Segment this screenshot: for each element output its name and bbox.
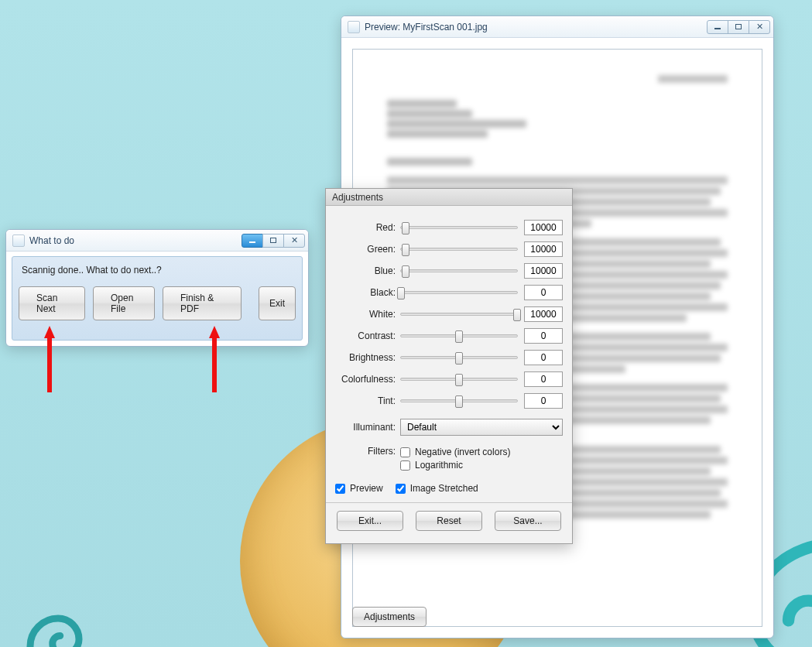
adjustments-title[interactable]: Adjustments — [326, 189, 572, 206]
preview-title: Preview: MyFirstScan 001.jpg — [365, 22, 708, 33]
preview-app-icon — [348, 21, 360, 33]
minimize-button[interactable] — [242, 234, 263, 248]
scan-next-button[interactable]: Scan Next — [19, 286, 85, 320]
wtd-app-icon — [12, 234, 25, 247]
negative-checkbox-row[interactable]: Negative (invert colors) — [400, 447, 510, 457]
preview-label: Preview — [350, 483, 383, 494]
slider-thumb[interactable] — [455, 374, 463, 386]
maximize-button[interactable] — [728, 20, 749, 34]
wtd-titlebar[interactable]: What to do ✕ — [6, 230, 308, 252]
finish-pdf-button[interactable]: Finish & PDF — [163, 286, 242, 320]
illuminant-row: Illuminant: Default — [335, 418, 563, 436]
slider-label: Red: — [335, 222, 396, 233]
wtd-message: Scannig done.. What to do next..? — [22, 265, 293, 276]
adj-save-button[interactable]: Save... — [495, 511, 561, 531]
maximize-button[interactable] — [262, 234, 284, 248]
logarithmic-checkbox-row[interactable]: Logarithmic — [400, 460, 510, 471]
slider-value-input[interactable] — [524, 285, 563, 300]
slider-thumb[interactable] — [402, 265, 409, 278]
slider-blue: Blue: — [335, 262, 563, 280]
preview-checkbox-row[interactable]: Preview — [335, 483, 383, 494]
close-button[interactable]: ✕ — [283, 234, 305, 248]
slider-value-input[interactable] — [524, 393, 563, 409]
slider-colorfulness: Colorfulness: — [335, 370, 563, 389]
slider-label: Contrast: — [335, 330, 396, 341]
open-file-button[interactable]: Open File — [93, 286, 155, 320]
slider-track[interactable] — [400, 356, 518, 359]
slider-thumb[interactable] — [402, 222, 409, 234]
slider-label: White: — [335, 309, 396, 320]
slider-black: Black: — [335, 283, 563, 302]
adjustments-panel: Adjustments Red: Green: Blue: Black: Whi… — [325, 188, 573, 544]
slider-value-input[interactable] — [524, 241, 563, 257]
minimize-button[interactable] — [707, 20, 728, 34]
stretched-checkbox-row[interactable]: Image Stretched — [396, 483, 478, 494]
illuminant-label: Illuminant: — [335, 422, 396, 433]
separator — [326, 502, 572, 503]
wtd-title: What to do — [29, 235, 242, 246]
slider-thumb[interactable] — [455, 395, 463, 408]
slider-value-input[interactable] — [524, 350, 563, 365]
slider-value-input[interactable] — [524, 263, 563, 279]
slider-track[interactable] — [400, 248, 518, 251]
adjustments-button[interactable]: Adjustments — [352, 607, 427, 627]
negative-checkbox[interactable] — [400, 447, 410, 457]
slider-tint: Tint: — [335, 392, 563, 410]
slider-thumb[interactable] — [455, 352, 463, 365]
slider-value-input[interactable] — [524, 328, 563, 344]
filters-label: Filters: — [335, 444, 396, 457]
logarithmic-checkbox[interactable] — [400, 460, 410, 471]
slider-track[interactable] — [400, 291, 518, 294]
slider-label: Blue: — [335, 265, 396, 276]
slider-label: Green: — [335, 244, 396, 255]
slider-thumb[interactable] — [402, 244, 409, 256]
slider-value-input[interactable] — [524, 371, 563, 387]
logarithmic-label: Logarithmic — [415, 460, 463, 471]
adj-reset-button[interactable]: Reset — [416, 511, 482, 531]
slider-value-input[interactable] — [524, 306, 563, 322]
slider-label: Tint: — [335, 395, 396, 406]
illuminant-select[interactable]: Default — [400, 419, 563, 436]
slider-thumb[interactable] — [397, 287, 405, 300]
slider-track[interactable] — [400, 378, 518, 381]
decorative-swirl — [23, 611, 93, 647]
slider-track[interactable] — [400, 334, 518, 337]
close-button[interactable]: ✕ — [749, 20, 770, 34]
slider-label: Brightness: — [335, 352, 396, 363]
slider-track[interactable] — [400, 399, 518, 402]
stretched-label: Image Stretched — [410, 483, 478, 494]
what-to-do-window: What to do ✕ Scannig done.. What to do n… — [5, 229, 309, 347]
slider-white: White: — [335, 305, 563, 324]
slider-track[interactable] — [400, 313, 518, 316]
stretched-checkbox[interactable] — [396, 484, 406, 494]
adj-exit-button[interactable]: Exit... — [337, 511, 403, 531]
slider-value-input[interactable] — [524, 220, 563, 235]
slider-green: Green: — [335, 240, 563, 258]
slider-thumb[interactable] — [455, 330, 463, 343]
preview-checkbox[interactable] — [335, 484, 345, 494]
negative-label: Negative (invert colors) — [415, 447, 510, 457]
slider-track[interactable] — [400, 269, 518, 272]
slider-brightness: Brightness: — [335, 348, 563, 367]
preview-titlebar[interactable]: Preview: MyFirstScan 001.jpg ✕ — [341, 16, 773, 38]
slider-contrast: Contrast: — [335, 327, 563, 345]
slider-label: Black: — [335, 287, 396, 298]
wtd-body: Scannig done.. What to do next..? Scan N… — [12, 256, 303, 341]
filters-row: Filters: Negative (invert colors) Logari… — [335, 444, 563, 473]
slider-track[interactable] — [400, 226, 518, 229]
slider-label: Colorfulness: — [335, 374, 396, 385]
slider-thumb[interactable] — [513, 309, 521, 321]
slider-red: Red: — [335, 218, 563, 237]
exit-button[interactable]: Exit — [259, 286, 296, 320]
